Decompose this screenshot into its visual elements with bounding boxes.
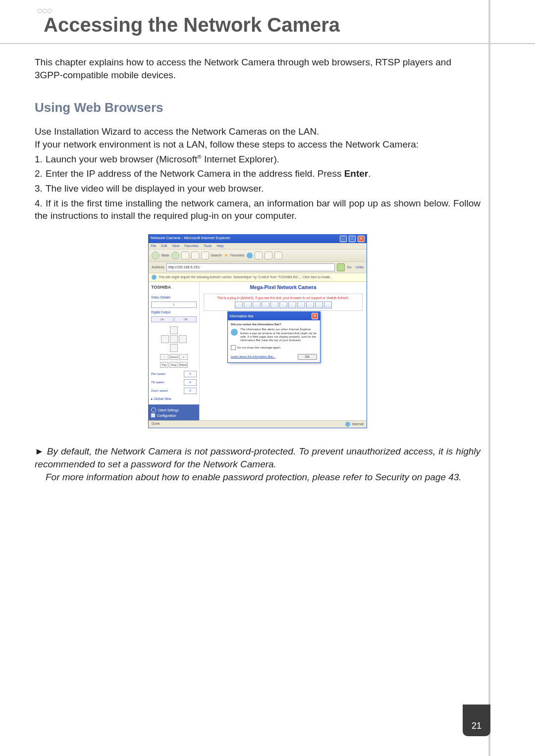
close-icon[interactable]: × [358,236,365,242]
snapshot-icon[interactable] [235,302,243,308]
zoom-out-button[interactable]: - [160,354,168,360]
pan-button[interactable]: Pan [160,362,168,368]
ptz-right[interactable] [179,335,187,343]
patrol-button[interactable]: Patrol [179,362,188,368]
instr-lead-2: If your network environment is not a LAN… [35,138,481,151]
menu-help[interactable]: Help [216,244,223,248]
video-toolbar [206,302,360,308]
dialog-title: Information Bar [230,314,254,318]
ie-information-bar[interactable]: This site might require the following Ac… [149,273,367,282]
maximize-icon[interactable]: □ [349,236,356,242]
intro-paragraph: This chapter explains how to access the … [35,56,481,81]
note-block: ► By default, the Network Camera is not … [35,445,481,483]
configuration-link[interactable]: Configuration [151,413,197,417]
print-icon[interactable] [265,252,272,259]
menu-file[interactable]: File [151,244,156,248]
search-label[interactable]: Search [211,253,222,257]
page-number-chip: 21 [463,705,490,736]
go-label: Go [347,265,351,269]
mail-icon[interactable] [255,252,263,259]
client-settings-link[interactable]: Client Settings [151,407,197,412]
history-icon[interactable] [247,252,253,258]
digital-output-label: Digital Output [151,310,197,314]
dialog-dont-show[interactable]: Do not show this message again. [231,345,317,350]
zoom-label: Zoom [169,354,178,360]
zoom-icon[interactable] [315,302,323,308]
stop-button[interactable]: Stop [169,362,178,368]
zoom-in-button[interactable]: + [179,354,188,360]
camera-sidebar: TOSHIBA Video Stream 1 Digital Output On… [149,282,200,420]
video-stream-label: Video Stream [151,296,197,300]
ptz-left[interactable] [161,335,169,343]
video-stream-select[interactable]: 1 [151,302,197,308]
ie-statusbar: Done Internet [149,420,367,428]
pan-speed-label: Pan speed [151,372,165,376]
note-line-1: By default, the Network Camera is not pa… [35,446,481,469]
gear-icon [151,407,156,412]
back-icon[interactable] [152,252,160,259]
refresh-icon[interactable] [191,252,199,259]
pan-speed-select[interactable]: 0 [184,371,197,377]
dialog-titlebar: Information Bar × [228,312,320,320]
go-button[interactable] [337,263,345,271]
step-2-b: . [368,168,371,179]
infobar-text: This site might require the following Ac… [159,275,332,279]
brand-logo: TOSHIBA [151,285,197,290]
internet-zone-icon [345,422,350,427]
ptz-up[interactable] [170,326,178,334]
dialog-learn-link[interactable]: Learn about the Information Bar... [231,355,275,358]
step-3-text: The live video will be displayed in your… [46,183,264,194]
menu-edit[interactable]: Edit [161,244,167,248]
record-icon[interactable] [244,302,252,308]
plugin-missing-text: This is a plug-in (ActiveX). If you see … [206,296,360,300]
instructions-block: Use Installation Wizard to access the Ne… [35,125,481,222]
menu-favorites[interactable]: Favorites [184,244,199,248]
forward-icon[interactable] [171,252,179,259]
dialog-close-icon[interactable]: × [312,313,318,319]
status-done: Done [152,422,160,427]
note-arrow-icon: ► [35,446,44,456]
stop-icon[interactable] [181,252,189,259]
menu-view[interactable]: View [172,244,179,248]
ptz-home[interactable] [170,335,178,343]
information-bar-dialog: Information Bar × Did you notice the Inf… [227,311,321,363]
page-number: 21 [472,721,482,731]
dialog-ok-button[interactable]: OK [298,354,317,360]
ptz-down[interactable] [170,344,178,352]
mic-icon[interactable] [297,302,305,308]
video-area: This is a plug-in (ActiveX). If you see … [204,294,363,311]
edit-icon[interactable] [274,252,282,259]
pause-icon[interactable] [253,302,261,308]
fullscreen-icon[interactable] [306,302,314,308]
zoom-speed-select[interactable]: 0 [184,388,197,394]
shield-icon [152,275,157,280]
ie-toolbar: Back Search ★ Favorites [149,249,367,262]
ie-menubar: File Edit View Favorites Tools Help [149,243,367,249]
checkbox-icon[interactable] [231,345,236,350]
address-input[interactable]: http://192.168.5.151/ [166,263,335,271]
favorites-star-icon[interactable]: ★ [224,252,228,258]
step-2-num: 2. [35,167,46,180]
stop-video-icon[interactable] [262,302,269,308]
digital-output-off[interactable]: Off [174,316,197,322]
ie-window-title: Network Camera - Microsoft Internet Expl… [151,236,230,242]
global-view-toggle[interactable]: ▸ Global View [151,397,197,401]
mute-icon[interactable] [288,302,296,308]
tilt-speed-select[interactable]: 0 [184,379,197,386]
minimize-icon[interactable]: _ [340,236,347,242]
menu-tools[interactable]: Tools [204,244,212,248]
volume-icon[interactable] [279,302,287,308]
ie-page-body: TOSHIBA Video Stream 1 Digital Output On… [149,282,367,420]
links-label[interactable]: Links [356,265,364,269]
step-4-num: 4. [35,197,46,210]
instr-lead-1: Use Installation Wizard to access the Ne… [35,125,481,138]
home-icon[interactable] [201,252,209,259]
play-icon[interactable] [270,302,278,308]
settings-icon[interactable] [324,302,332,308]
chapter-header: ○○○ Accessing the Network Camera [0,0,535,44]
ie-titlebar: Network Camera - Microsoft Internet Expl… [149,235,367,243]
sidebar-bottom: Client Settings Configuration [149,404,199,420]
registered-mark: ® [197,153,201,159]
favorites-label[interactable]: Favorites [230,253,245,257]
digital-output-on[interactable]: On [151,316,173,322]
